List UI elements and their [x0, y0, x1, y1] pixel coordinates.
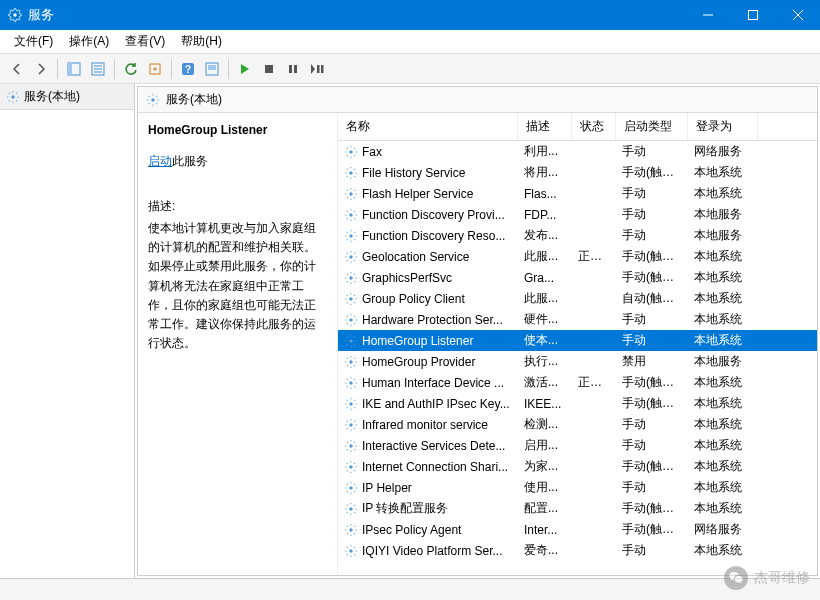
menu-view[interactable]: 查看(V) [117, 31, 173, 52]
cell-startup: 手动 [616, 477, 688, 498]
cell-startup: 自动(触发... [616, 288, 688, 309]
cell-logon: 本地系统 [688, 330, 758, 351]
service-row[interactable]: IP 转换配置服务配置...手动(触发...本地系统 [338, 498, 817, 519]
gear-icon [344, 544, 358, 558]
cell-status [572, 213, 616, 217]
service-row[interactable]: Function Discovery Reso...发布...手动本地服务 [338, 225, 817, 246]
cell-logon: 本地系统 [688, 498, 758, 519]
start-service-button[interactable] [234, 58, 256, 80]
restart-service-button[interactable] [306, 58, 328, 80]
cell-logon: 本地系统 [688, 267, 758, 288]
properties-button[interactable] [87, 58, 109, 80]
cell-logon: 本地系统 [688, 414, 758, 435]
service-row[interactable]: Geolocation Service此服...正在...手动(触发...本地系… [338, 246, 817, 267]
service-row[interactable]: Internet Connection Shari...为家...手动(触发..… [338, 456, 817, 477]
cell-status [572, 465, 616, 469]
cell-startup: 手动 [616, 309, 688, 330]
action-suffix: 此服务 [172, 154, 208, 168]
col-desc[interactable]: 描述 [518, 113, 572, 140]
gear-icon [344, 166, 358, 180]
service-row[interactable]: Hardware Protection Ser...硬件...手动本地系统 [338, 309, 817, 330]
stop-service-button[interactable] [258, 58, 280, 80]
service-row[interactable]: GraphicsPerfSvcGra...手动(触发...本地系统 [338, 267, 817, 288]
service-row[interactable]: Fax利用...手动网络服务 [338, 141, 817, 162]
toggle-tree-button[interactable] [63, 58, 85, 80]
col-logon[interactable]: 登录为 [688, 113, 758, 140]
forward-button[interactable] [30, 58, 52, 80]
pause-service-button[interactable] [282, 58, 304, 80]
description-text: 使本地计算机更改与加入家庭组的计算机的配置和维护相关联。如果停止或禁用此服务，你… [148, 219, 327, 353]
cell-logon: 本地系统 [688, 435, 758, 456]
cell-status [572, 402, 616, 406]
help2-button[interactable] [201, 58, 223, 80]
service-row[interactable]: File History Service将用...手动(触发...本地系统 [338, 162, 817, 183]
service-row[interactable]: Function Discovery Provi...FDP...手动本地服务 [338, 204, 817, 225]
watermark: 杰哥维修 [724, 566, 810, 590]
cell-name: IP Helper [338, 479, 518, 497]
service-row[interactable]: HomeGroup Provider执行...禁用本地服务 [338, 351, 817, 372]
cell-logon: 本地系统 [688, 246, 758, 267]
export-button[interactable] [144, 58, 166, 80]
menu-help[interactable]: 帮助(H) [173, 31, 230, 52]
svg-rect-16 [265, 65, 273, 73]
gear-icon [344, 460, 358, 474]
gear-icon [344, 481, 358, 495]
cell-startup: 手动 [616, 183, 688, 204]
gear-icon [344, 145, 358, 159]
cell-name: GraphicsPerfSvc [338, 269, 518, 287]
cell-status [572, 528, 616, 532]
service-name-text: IQIYI Video Platform Ser... [362, 544, 503, 558]
cell-logon: 本地系统 [688, 540, 758, 561]
gear-icon [344, 355, 358, 369]
cell-status [572, 318, 616, 322]
service-row[interactable]: Human Interface Device ...激活...正在...手动(触… [338, 372, 817, 393]
col-name[interactable]: 名称 [338, 113, 518, 140]
maximize-button[interactable] [730, 0, 775, 30]
right-panel-header: 服务(本地) [138, 87, 817, 113]
left-panel-item[interactable]: 服务(本地) [0, 84, 134, 110]
help-button[interactable]: ? [177, 58, 199, 80]
back-button[interactable] [6, 58, 28, 80]
svg-text:?: ? [185, 64, 191, 75]
cell-name: Interactive Services Dete... [338, 437, 518, 455]
col-startup[interactable]: 启动类型 [616, 113, 688, 140]
cell-name: IPsec Policy Agent [338, 521, 518, 539]
services-list-body[interactable]: Fax利用...手动网络服务File History Service将用...手… [338, 141, 817, 573]
service-row[interactable]: HomeGroup Listener使本...手动本地系统 [338, 330, 817, 351]
cell-startup: 手动(触发... [616, 456, 688, 477]
toolbar: ? [0, 54, 820, 84]
service-row[interactable]: Infrared monitor service检测...手动本地系统 [338, 414, 817, 435]
start-service-link[interactable]: 启动 [148, 154, 172, 168]
svg-point-0 [13, 13, 17, 17]
svg-point-35 [349, 402, 353, 406]
service-row[interactable]: Flash Helper ServiceFlas...手动本地系统 [338, 183, 817, 204]
service-row[interactable]: Interactive Services Dete...启用...手动本地系统 [338, 435, 817, 456]
service-name-text: Function Discovery Reso... [362, 229, 505, 243]
menu-action[interactable]: 操作(A) [61, 31, 117, 52]
cell-desc: 使用... [518, 477, 572, 498]
refresh-button[interactable] [120, 58, 142, 80]
column-headers: 名称 描述 状态 启动类型 登录为 [338, 113, 817, 141]
service-row[interactable]: IQIYI Video Platform Ser...爱奇...手动本地系统 [338, 540, 817, 561]
gear-icon [344, 376, 358, 390]
app-gear-icon [8, 8, 22, 22]
service-row[interactable]: IP Helper使用...手动本地系统 [338, 477, 817, 498]
svg-rect-20 [321, 65, 324, 73]
cell-startup: 手动(触发... [616, 372, 688, 393]
service-name-text: Flash Helper Service [362, 187, 473, 201]
service-row[interactable]: IPsec Policy AgentInter...手动(触发...网络服务 [338, 519, 817, 540]
col-status[interactable]: 状态 [572, 113, 616, 140]
cell-status [572, 486, 616, 490]
minimize-button[interactable] [685, 0, 730, 30]
selected-service-name: HomeGroup Listener [148, 123, 327, 137]
cell-logon: 网络服务 [688, 519, 758, 540]
cell-logon: 本地系统 [688, 393, 758, 414]
window-controls [685, 0, 820, 30]
close-button[interactable] [775, 0, 820, 30]
service-row[interactable]: Group Policy Client此服...自动(触发...本地系统 [338, 288, 817, 309]
toolbar-separator [171, 59, 172, 79]
cell-desc: Gra... [518, 269, 572, 287]
menu-file[interactable]: 文件(F) [6, 31, 61, 52]
service-row[interactable]: IKE and AuthIP IPsec Key...IKEE...手动(触发.… [338, 393, 817, 414]
cell-name: Fax [338, 143, 518, 161]
